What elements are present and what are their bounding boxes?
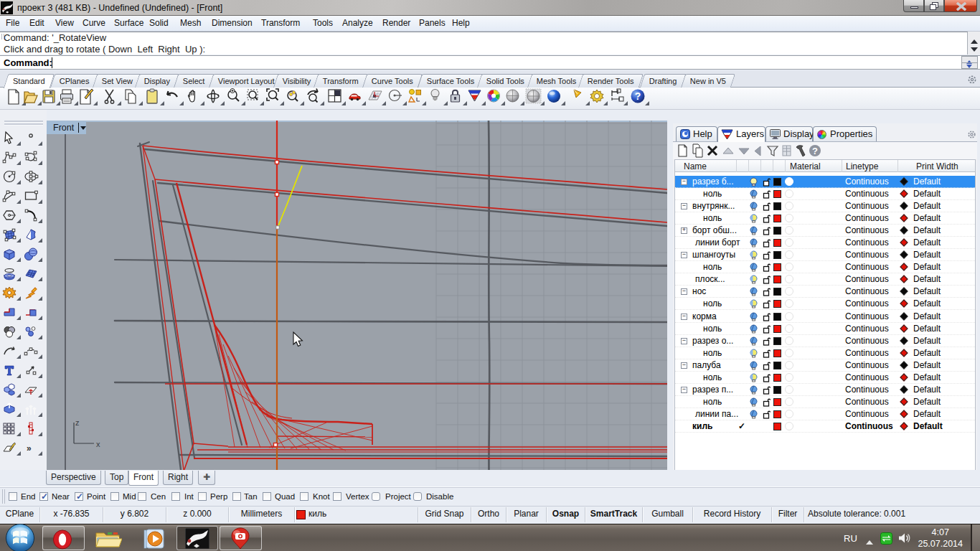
svg-text:z: z [75,418,80,427]
svg-text:?: ? [812,146,818,156]
svg-text:x: x [96,440,100,448]
svg-text:?: ? [635,90,641,102]
svg-text:»: » [27,443,32,453]
